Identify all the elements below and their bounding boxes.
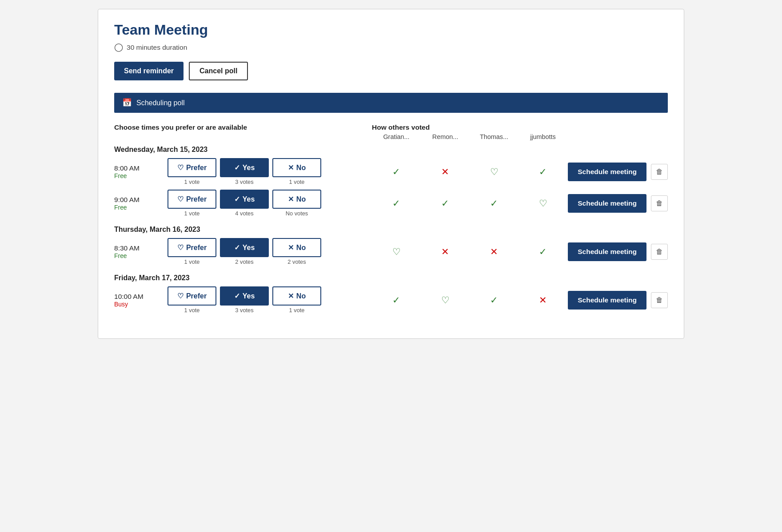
prefer-button-2-0[interactable]: ♡ Prefer [168, 286, 216, 306]
day-section-0: Wednesday, March 15, 20238:00 AMFree♡ Pr… [114, 146, 668, 217]
yes-button-1-0[interactable]: ✓ Yes [220, 238, 269, 257]
poll-header: 📅 Scheduling poll [114, 93, 668, 113]
delete-slot-button-0-1[interactable]: 🗑 [651, 195, 668, 211]
schedule-trash-2-0: Schedule meeting🗑 [568, 291, 668, 310]
time-row-0-0: 8:00 AMFree♡ Prefer1 vote✓ Yes3 votes✕ N… [114, 158, 668, 185]
yes-button-0-0[interactable]: ✓ Yes [220, 158, 269, 177]
calendar-icon: 📅 [122, 98, 132, 107]
prefer-button-1-0[interactable]: ♡ Prefer [168, 238, 216, 257]
check-icon: ✓ [234, 163, 240, 172]
no-count-1-0: 2 votes [287, 258, 306, 265]
prefer-button-0-0[interactable]: ♡ Prefer [168, 158, 216, 177]
check-icon: ✓ [234, 195, 240, 203]
heart-icon: ♡ [177, 195, 184, 203]
voter-vote-2-0-1: ♡ [421, 295, 470, 306]
day-section-2: Friday, March 17, 202310:00 AMBusy♡ Pref… [114, 274, 668, 314]
schedule-meeting-button-2-0[interactable]: Schedule meeting [568, 291, 646, 310]
schedule-trash-0-0: Schedule meeting🗑 [568, 163, 668, 181]
yes-count-0-0: 3 votes [235, 179, 253, 185]
prefer-button-0-1[interactable]: ♡ Prefer [168, 190, 216, 209]
no-button-0-0[interactable]: ✕ No [272, 158, 321, 177]
duration-text: 30 minutes duration [127, 44, 187, 52]
prefer-count-0-0: 1 vote [184, 179, 200, 185]
time-info-0-1: 9:00 AMFree [114, 196, 168, 211]
heart-icon: ♡ [177, 163, 184, 172]
yes-wrap-2-0: ✓ Yes3 votes [220, 286, 269, 314]
voter-name-3: jjumbotts [519, 133, 567, 140]
time-text-2-0: 10:00 AM [114, 293, 168, 301]
schedule-trash-0-1: Schedule meeting🗑 [568, 194, 668, 213]
voter-name-1: Remon... [421, 133, 470, 140]
time-row-0-1: 9:00 AMFree♡ Prefer1 vote✓ Yes4 votes✕ N… [114, 190, 668, 217]
prefer-wrap-2-0: ♡ Prefer1 vote [168, 286, 216, 314]
yes-button-0-1[interactable]: ✓ Yes [220, 190, 269, 209]
no-wrap-1-0: ✕ No2 votes [272, 238, 321, 265]
clock-icon: ◯ [114, 43, 123, 52]
schedule-meeting-button-0-1[interactable]: Schedule meeting [568, 194, 646, 213]
left-column-label: Choose times you prefer or are available [114, 123, 372, 131]
voter-vote-0-1-1: ✓ [421, 198, 470, 209]
duration-row: ◯ 30 minutes duration [114, 43, 668, 52]
status-2-0: Busy [114, 301, 168, 308]
voters-row-0-0: ✓✕♡✓ [372, 167, 568, 177]
no-button-1-0[interactable]: ✕ No [272, 238, 321, 257]
voter-vote-0-0-2: ♡ [470, 167, 519, 177]
delete-slot-button-0-0[interactable]: 🗑 [651, 164, 668, 180]
voter-vote-0-1-3: ♡ [519, 198, 567, 209]
day-label-0: Wednesday, March 15, 2023 [114, 146, 668, 154]
check-icon: ✓ [234, 292, 240, 300]
voter-vote-2-0-3: ✕ [519, 295, 567, 306]
right-column-area: How others voted Gratian... Remon... Tho… [372, 123, 668, 140]
no-button-2-0[interactable]: ✕ No [272, 286, 321, 306]
cancel-poll-button[interactable]: Cancel poll [189, 62, 248, 80]
day-label-1: Thursday, March 16, 2023 [114, 226, 668, 234]
prefer-count-2-0: 1 vote [184, 307, 200, 314]
no-count-0-1: No votes [286, 210, 308, 217]
page-title: Team Meeting [114, 22, 668, 38]
delete-slot-button-1-0[interactable]: 🗑 [651, 244, 668, 260]
delete-slot-button-2-0[interactable]: 🗑 [651, 292, 668, 308]
schedule-trash-1-0: Schedule meeting🗑 [568, 242, 668, 261]
prefer-count-0-1: 1 vote [184, 210, 200, 217]
x-icon: ✕ [288, 292, 294, 300]
time-row-1-0: 8:30 AMFree♡ Prefer1 vote✓ Yes2 votes✕ N… [114, 238, 668, 265]
no-wrap-0-0: ✕ No1 vote [272, 158, 321, 185]
days-container: Wednesday, March 15, 20238:00 AMFree♡ Pr… [114, 146, 668, 314]
check-icon: ✓ [234, 243, 240, 252]
no-button-0-1[interactable]: ✕ No [272, 190, 321, 209]
main-card: Team Meeting ◯ 30 minutes duration Send … [98, 9, 684, 339]
columns-header: Choose times you prefer or are available… [114, 123, 668, 140]
yes-button-2-0[interactable]: ✓ Yes [220, 286, 269, 306]
day-section-1: Thursday, March 16, 20238:30 AMFree♡ Pre… [114, 226, 668, 265]
yes-wrap-1-0: ✓ Yes2 votes [220, 238, 269, 265]
schedule-meeting-button-1-0[interactable]: Schedule meeting [568, 242, 646, 261]
voters-row-1-0: ♡✕✕✓ [372, 246, 568, 257]
send-reminder-button[interactable]: Send reminder [114, 62, 184, 80]
poll-header-label: Scheduling poll [136, 99, 185, 107]
voter-vote-1-0-3: ✓ [519, 246, 567, 257]
vote-buttons-0-1: ♡ Prefer1 vote✓ Yes4 votes✕ NoNo votes [168, 190, 372, 217]
prefer-wrap-1-0: ♡ Prefer1 vote [168, 238, 216, 265]
day-label-2: Friday, March 17, 2023 [114, 274, 668, 282]
how-others-label: How others voted [372, 123, 668, 131]
time-info-0-0: 8:00 AMFree [114, 164, 168, 179]
time-row-2-0: 10:00 AMBusy♡ Prefer1 vote✓ Yes3 votes✕ … [114, 286, 668, 314]
vote-buttons-0-0: ♡ Prefer1 vote✓ Yes3 votes✕ No1 vote [168, 158, 372, 185]
status-1-0: Free [114, 252, 168, 259]
status-0-0: Free [114, 172, 168, 179]
voter-vote-0-1-0: ✓ [372, 198, 421, 209]
no-count-2-0: 1 vote [289, 307, 305, 314]
voter-name-0: Gratian... [372, 133, 421, 140]
schedule-meeting-button-0-0[interactable]: Schedule meeting [568, 163, 646, 181]
no-wrap-0-1: ✕ NoNo votes [272, 190, 321, 217]
voter-vote-0-0-1: ✕ [421, 167, 470, 177]
prefer-wrap-0-0: ♡ Prefer1 vote [168, 158, 216, 185]
time-text-0-1: 9:00 AM [114, 196, 168, 204]
x-icon: ✕ [288, 163, 294, 172]
voter-names: Gratian... Remon... Thomas... jjumbotts [372, 133, 668, 140]
voter-vote-0-0-3: ✓ [519, 167, 567, 177]
time-text-0-0: 8:00 AM [114, 164, 168, 172]
prefer-wrap-0-1: ♡ Prefer1 vote [168, 190, 216, 217]
action-buttons: Send reminder Cancel poll [114, 62, 668, 80]
x-icon: ✕ [288, 243, 294, 252]
